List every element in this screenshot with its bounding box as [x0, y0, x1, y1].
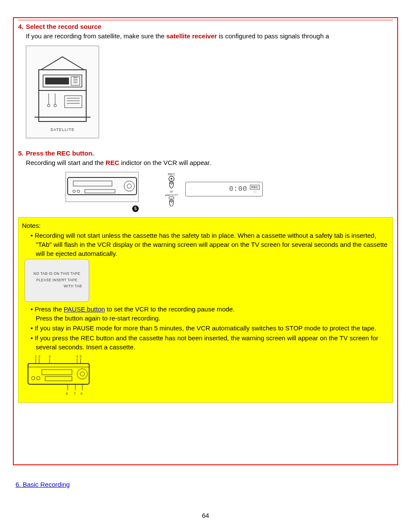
- press-rec-bottom-label: ●REC/OTT: [165, 194, 178, 196]
- step-4-number: 4.: [18, 23, 26, 30]
- press-rec-top-label: REC: [168, 172, 175, 176]
- step-5-figures-row: 5 REC or ●REC/OTT ◦: [65, 172, 393, 212]
- notes-bullet-4: • If you press the REC button and the ca…: [31, 333, 389, 352]
- step-4-body: If you are recording from satellite, mak…: [26, 32, 393, 40]
- svg-point-21: [73, 190, 75, 193]
- press-rec-icon: REC or ●REC/OTT: [163, 172, 180, 206]
- step-5-text-2: indictor on the VCR will appear.: [119, 159, 211, 166]
- figure-press-rec: REC or ●REC/OTT: [163, 172, 180, 206]
- svg-text:4: 4: [76, 355, 78, 358]
- svg-point-20: [127, 184, 131, 188]
- figure-satellite-caption: SATELLITE: [50, 128, 75, 132]
- step-4-header: 4. Select the record source: [18, 23, 393, 30]
- step-4-title: Select the record source: [26, 23, 101, 30]
- step-5-body: Recording will start and the REC indicto…: [26, 159, 393, 167]
- svg-point-40: [31, 376, 35, 380]
- vcr-front-icon: [65, 174, 139, 200]
- svg-text:2: 2: [38, 355, 40, 358]
- svg-rect-18: [73, 181, 112, 186]
- step-5-text-1: Recording will start and the: [26, 159, 106, 166]
- figure-vcr-numbered: 1 2 3 4 5: [25, 353, 93, 397]
- warn-line-1: NO TAB IS ON THIS TAPE: [34, 271, 80, 277]
- svg-rect-13: [65, 96, 82, 108]
- svg-point-44: [80, 372, 84, 376]
- step-5-title: Press the REC button.: [26, 149, 94, 157]
- warn-line-2: PLEASE INSERT TAPE: [36, 278, 77, 283]
- satellite-receiver-icon: [30, 53, 95, 126]
- svg-text:3: 3: [49, 355, 51, 358]
- step-5-header: 5. Press the REC button.: [18, 149, 393, 157]
- svg-text:6: 6: [81, 392, 83, 395]
- svg-rect-38: [28, 364, 89, 367]
- step-4-text-post: is configured to pass signals through a: [217, 32, 329, 40]
- svg-point-25: [171, 178, 172, 180]
- svg-rect-23: [85, 190, 115, 193]
- link-basic-recording[interactable]: 6. Basic Recording: [16, 481, 70, 488]
- figure-warning-screen: NO TAB IS ON THIS TAPE PLEASE INSERT TAP…: [25, 259, 89, 302]
- notes-box: Notes: • Recording will not start unless…: [18, 217, 393, 403]
- step-4-satellite-link[interactable]: satellite receiver: [166, 32, 217, 40]
- svg-text:8: 8: [66, 392, 68, 395]
- svg-rect-2: [45, 78, 69, 84]
- svg-point-12: [54, 104, 56, 107]
- notes-bullet-1: • Recording will not start unless the ca…: [31, 231, 389, 258]
- notes-title: Notes:: [22, 221, 389, 230]
- warn-line-3: WITH TAB: [64, 284, 82, 289]
- svg-text:7: 7: [74, 392, 76, 395]
- figure-satellite-receiver: SATELLITE: [26, 46, 99, 138]
- svg-text:5: 5: [80, 355, 82, 358]
- step-4-text-pre: If you are recording from satellite, mak…: [26, 32, 166, 40]
- svg-point-19: [124, 181, 134, 191]
- svg-point-41: [37, 376, 40, 380]
- notes-bullet-2: • Press the PAUSE button to set the VCR …: [31, 305, 389, 323]
- svg-rect-42: [45, 376, 72, 381]
- svg-point-10: [47, 104, 50, 107]
- svg-point-43: [77, 369, 87, 379]
- svg-text:1: 1: [35, 355, 37, 358]
- svg-rect-39: [42, 370, 72, 375]
- step-5-number: 5.: [18, 149, 26, 157]
- vcr-display-digits: 0:00: [229, 185, 247, 193]
- vcr-callout-number: 5: [132, 205, 139, 212]
- notes-bullet-3: • If you stay in PAUSE mode for more tha…: [31, 324, 389, 333]
- figure-vcr-display: ◦ 0:00 REC ▯▯: [185, 182, 263, 196]
- main-red-frame: 4. Select the record source If you are r…: [13, 17, 398, 465]
- press-rec-or-label: or: [170, 190, 173, 193]
- page-number: 64: [13, 512, 398, 519]
- vcr-numbered-icon: 1 2 3 4 5: [25, 353, 93, 397]
- figure-vcr-front: [65, 172, 139, 202]
- svg-point-22: [77, 190, 80, 193]
- vcr-display-rec-badge: REC: [250, 185, 260, 190]
- pause-button-link[interactable]: PAUSE button: [64, 305, 105, 313]
- step-5-rec-word: REC: [106, 159, 119, 166]
- thin-red-divider: [18, 20, 393, 20]
